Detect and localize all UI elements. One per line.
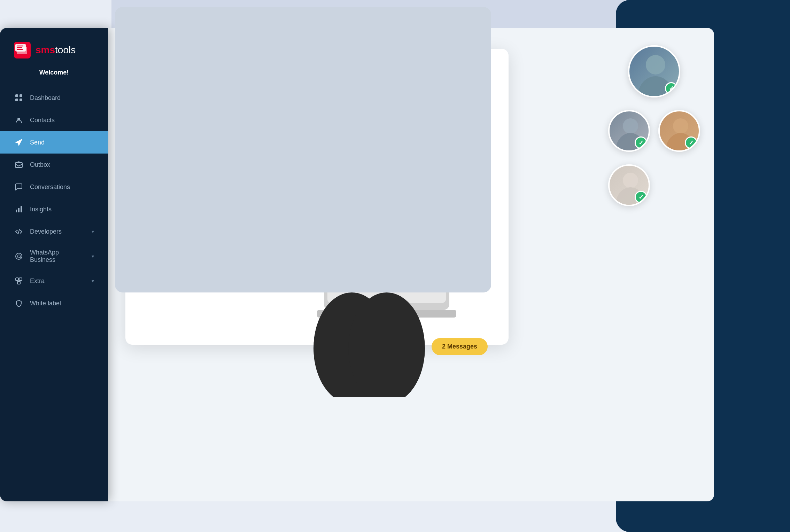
sidebar-item-contacts[interactable]: Contacts [0, 109, 108, 131]
svg-rect-10 [15, 163, 22, 167]
card-shadow [115, 7, 491, 292]
chevron-down-icon: ▾ [92, 229, 94, 234]
svg-rect-15 [16, 278, 18, 281]
sidebar-item-developers[interactable]: Developers ▾ [0, 220, 108, 243]
chevron-down-icon-3: ▾ [92, 278, 94, 284]
outbox-icon [14, 160, 24, 170]
sidebar-label-insights: Insights [30, 206, 94, 213]
messages-badge: 2 Messages [432, 338, 488, 355]
grid-icon [14, 93, 24, 103]
svg-point-22 [673, 118, 688, 134]
send-icon [14, 138, 24, 147]
svg-rect-12 [18, 208, 20, 212]
logo-text: smstools [36, 45, 76, 56]
check-badge-3: ✓ [685, 136, 697, 149]
logo-tools: tools [55, 45, 76, 55]
whitelabel-icon [14, 298, 24, 308]
svg-rect-17 [17, 281, 20, 284]
logo-sms: sms [36, 45, 55, 55]
svg-rect-6 [20, 94, 22, 97]
check-badge-4: ✓ [635, 191, 647, 203]
svg-point-18 [646, 55, 665, 75]
sidebar-label-whatsapp: WhatsApp Business [30, 249, 85, 264]
svg-rect-11 [16, 210, 17, 212]
sidebar: smstools Welcome! Dashboard [0, 28, 108, 501]
svg-point-20 [623, 118, 638, 134]
sidebar-label-whitelabel: White label [30, 300, 94, 307]
svg-rect-5 [15, 94, 18, 97]
sidebar-label-dashboard: Dashboard [30, 94, 94, 102]
logo-icon [14, 42, 31, 58]
check-badge-2: ✓ [635, 136, 647, 149]
sidebar-item-send[interactable]: Send [0, 131, 108, 154]
sidebar-item-insights[interactable]: Insights [0, 198, 108, 220]
sidebar-item-conversations[interactable]: Conversations [0, 176, 108, 198]
sidebar-label-send: Send [30, 139, 94, 146]
whatsapp-icon [14, 251, 24, 261]
avatar-2: ✓ [608, 110, 650, 152]
sidebar-label-developers: Developers [30, 228, 85, 235]
page-wrapper: smstools Welcome! Dashboard [0, 0, 790, 532]
sidebar-item-extra[interactable]: Extra ▾ [0, 270, 108, 292]
insights-icon [14, 204, 24, 214]
developers-icon [14, 227, 24, 236]
svg-rect-13 [21, 206, 22, 212]
svg-rect-16 [19, 278, 22, 281]
check-badge-1: ✓ [665, 82, 677, 95]
sidebar-label-outbox: Outbox [30, 161, 94, 169]
sidebar-item-whatsapp[interactable]: WhatsApp Business ▾ [0, 243, 108, 270]
avatars-container: ✓ ✓ [608, 45, 700, 206]
svg-point-14 [16, 253, 22, 259]
avatar-3: ✓ [658, 110, 700, 152]
svg-point-24 [623, 173, 638, 188]
sidebar-item-outbox[interactable]: Outbox [0, 154, 108, 176]
extra-icon [14, 276, 24, 286]
sidebar-label-contacts: Contacts [30, 117, 94, 124]
avatar-4: ✓ [608, 164, 650, 206]
avatar-1: ✓ [628, 45, 680, 97]
svg-rect-8 [20, 99, 22, 101]
sidebar-label-conversations: Conversations [30, 183, 94, 191]
sidebar-item-whitelabel[interactable]: White label [0, 292, 108, 314]
logo-area: smstools [0, 42, 108, 69]
conversations-icon [14, 182, 24, 192]
sidebar-label-extra: Extra [30, 277, 85, 285]
contacts-icon [14, 115, 24, 125]
welcome-message: Welcome! [0, 69, 108, 76]
chevron-down-icon-2: ▾ [92, 253, 94, 259]
svg-rect-7 [15, 99, 18, 101]
sidebar-item-dashboard[interactable]: Dashboard [0, 87, 108, 109]
